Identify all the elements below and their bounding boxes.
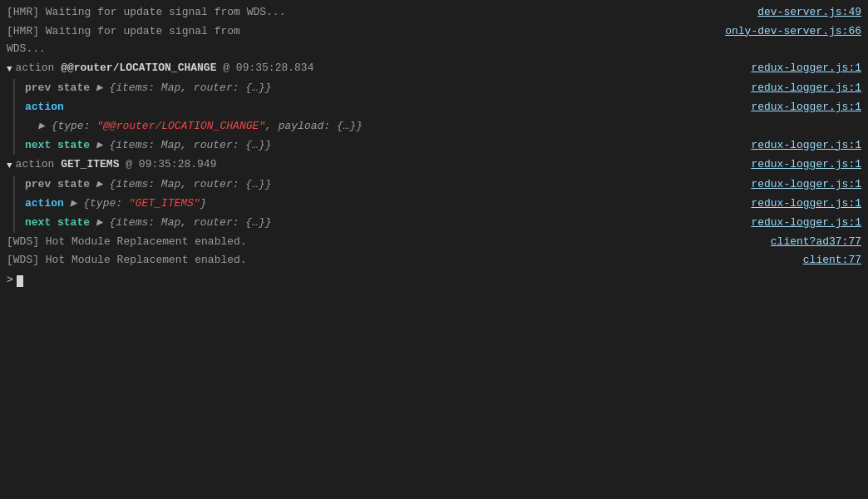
child-line: action redux-logger.js:1 xyxy=(15,98,868,117)
action-at: @ xyxy=(216,62,235,74)
action-label-2: action xyxy=(25,197,64,210)
console-group-1: ▼ action @@router/LOCATION_CHANGE @ 09:3… xyxy=(0,58,868,155)
log-line-content: [HMR] Waiting for update signal from WDS… xyxy=(7,4,747,22)
child-line-content: action ▶ {type: "GET_ITEMS"} xyxy=(25,195,741,213)
next-value: ▶ {items: Map, router: {…}} xyxy=(96,139,272,151)
child-line-content: ▶ {type: "@@router/LOCATION_CHANGE", pay… xyxy=(38,118,741,136)
group-prefix: action @@router/LOCATION_CHANGE @ 09:35:… xyxy=(16,60,314,77)
child-line-content: prev state ▶ {items: Map, router: {…}} xyxy=(25,80,741,97)
child-source[interactable]: redux-logger.js:1 xyxy=(751,99,861,116)
action-spacer: ▶ {type: xyxy=(64,197,129,210)
log-source[interactable]: client?ad37:77 xyxy=(771,234,861,251)
action-value: ▶ {type: xyxy=(38,120,96,132)
action-payload: , payload: {…}} xyxy=(265,120,362,132)
log-source[interactable]: only-dev-server.js:66 xyxy=(725,23,861,41)
log-line-content: [HMR] Waiting for update signal fromWDS.… xyxy=(7,23,472,58)
log-source[interactable]: client:77 xyxy=(803,252,861,269)
child-line-g2c2: action ▶ {type: "GET_ITEMS"} redux-logge… xyxy=(15,195,868,214)
prev-value: ▶ {items: Map, router: {…}} xyxy=(96,82,272,94)
log-text: [HMR] Waiting for update signal from WDS… xyxy=(7,4,285,22)
log-line: [HMR] Waiting for update signal fromWDS.… xyxy=(0,22,868,59)
child-line-g2c1: prev state ▶ {items: Map, router: {…}} r… xyxy=(15,175,868,195)
action-timestamp-2: 09:35:28.949 xyxy=(139,158,217,170)
group-children-2: prev state ▶ {items: Map, router: {…}} r… xyxy=(13,175,868,232)
child-action-value: ▶ {type: "@@router/LOCATION_CHANGE", pay… xyxy=(15,117,868,136)
prev-label: prev state xyxy=(25,82,96,94)
cursor xyxy=(17,275,23,287)
child-line: prev state ▶ {items: Map, router: {…}} r… xyxy=(15,79,868,98)
prompt-line[interactable]: > xyxy=(0,270,868,291)
action-at-2: @ xyxy=(119,158,138,170)
next-value-2: ▶ {items: Map, router: {…}} xyxy=(96,216,272,229)
action-prefix-text: action xyxy=(16,62,62,74)
child-line-content: next state ▶ {items: Map, router: {…}} xyxy=(25,137,741,155)
log-line: [HMR] Waiting for update signal from WDS… xyxy=(0,3,868,22)
action-prefix-text-2: action xyxy=(16,158,62,170)
prev-value-2: ▶ {items: Map, router: {…}} xyxy=(96,178,272,190)
action-type-value: "@@router/LOCATION_CHANGE" xyxy=(96,120,265,132)
child-source[interactable]: redux-logger.js:1 xyxy=(751,195,861,213)
console-group-2: ▼ action GET_ITEMS @ 09:35:28.949 redux-… xyxy=(0,155,868,232)
child-source[interactable]: redux-logger.js:1 xyxy=(751,80,861,97)
child-source[interactable]: redux-logger.js:1 xyxy=(751,176,861,194)
group-prefix-2: action GET_ITEMS @ 09:35:28.949 xyxy=(16,156,217,174)
child-source[interactable]: redux-logger.js:1 xyxy=(751,137,861,155)
child-line-content: prev state ▶ {items: Map, router: {…}} xyxy=(25,176,741,194)
child-line-g2c3: next state ▶ {items: Map, router: {…}} r… xyxy=(15,214,868,233)
action-type-value-2: "GET_ITEMS" xyxy=(129,197,200,210)
log-text: [WDS] Hot Module Replacement enabled. xyxy=(7,234,247,251)
child-line-content: action xyxy=(25,99,741,116)
child-source[interactable]: redux-logger.js:1 xyxy=(751,215,861,232)
log-line-content: [WDS] Hot Module Replacement enabled. xyxy=(7,234,761,251)
log-text: [WDS] Hot Module Replacement enabled. xyxy=(7,252,247,269)
group-header[interactable]: ▼ action @@router/LOCATION_CHANGE @ 09:3… xyxy=(0,58,868,79)
group-header-2[interactable]: ▼ action GET_ITEMS @ 09:35:28.949 redux-… xyxy=(0,155,868,175)
prev-label-2: prev state xyxy=(25,178,96,190)
triangle-down-icon-2: ▼ xyxy=(7,159,12,174)
next-label-2: next state xyxy=(25,216,96,229)
action-name-2: GET_ITEMS xyxy=(61,158,119,170)
next-label: next state xyxy=(25,139,96,151)
action-close: } xyxy=(200,197,207,210)
group-source[interactable]: redux-logger.js:1 xyxy=(751,60,861,77)
action-name: @@router/LOCATION_CHANGE xyxy=(61,62,216,74)
console-panel[interactable]: [HMR] Waiting for update signal from WDS… xyxy=(0,0,868,499)
prompt-symbol: > xyxy=(7,272,13,289)
triangle-down-icon: ▼ xyxy=(7,62,12,77)
group-source-2[interactable]: redux-logger.js:1 xyxy=(751,156,861,174)
child-line-content: next state ▶ {items: Map, router: {…}} xyxy=(25,215,741,232)
action-label: action xyxy=(25,101,64,113)
child-line: next state ▶ {items: Map, router: {…}} r… xyxy=(15,136,868,156)
log-line-content: [WDS] Hot Module Replacement enabled. xyxy=(7,252,793,269)
log-source[interactable]: dev-server.js:49 xyxy=(757,4,861,22)
group-children: prev state ▶ {items: Map, router: {…}} r… xyxy=(13,79,868,155)
group-header-content-2: ▼ action GET_ITEMS @ 09:35:28.949 xyxy=(7,156,741,174)
log-text: [HMR] Waiting for update signal fromWDS.… xyxy=(7,23,240,58)
action-timestamp: 09:35:28.834 xyxy=(236,62,314,74)
log-line-wds2: [WDS] Hot Module Replacement enabled. cl… xyxy=(0,251,868,270)
log-line-wds1: [WDS] Hot Module Replacement enabled. cl… xyxy=(0,233,868,252)
group-header-content: ▼ action @@router/LOCATION_CHANGE @ 09:3… xyxy=(7,60,741,77)
